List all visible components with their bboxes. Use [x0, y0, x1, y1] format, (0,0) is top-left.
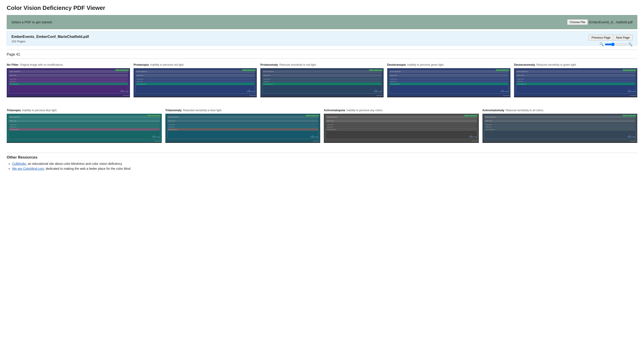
resource-link[interactable]: We are Colorblind.com [12, 167, 44, 170]
filter-thumbnail-container: .ember-application .ember-view .custom-c… [260, 68, 384, 100]
filter-desc: Reducted sensitivity to blue light. [183, 109, 222, 112]
file-select-bar: Select a PDF to get started. Choose File… [7, 15, 637, 29]
section-divider-1 [7, 50, 637, 50]
zoom-slider[interactable] [605, 43, 627, 46]
filter-thumbnail-container: .ember-application .ember-view .custom-c… [7, 114, 162, 145]
filter-label-row: No Filter Original image with no modific… [7, 63, 130, 66]
filter-thumbnail-container: .ember-application .ember-view .custom-c… [482, 114, 638, 145]
filter-name: Protanopia [134, 63, 149, 66]
pdf-info-bar: EmberEvents_EmberConf_MarieChatfield.pdf… [7, 31, 637, 46]
filters-grid-bottom: Tritanopia Inability to perceive blue li… [7, 106, 637, 147]
filter-name: Achromatomaly [482, 109, 504, 112]
zoom-out-icon: 🔍 [600, 42, 604, 47]
filter-thumbnail-container: .ember-application .ember-view .custom-c… [324, 114, 479, 145]
next-page-button[interactable]: Next Page [613, 35, 632, 40]
filter-desc: Inability to perceive green light. [407, 63, 444, 66]
filter-desc: Inability to percieve any colors. [346, 109, 383, 112]
resource-link[interactable]: Colblinder [12, 162, 26, 166]
pdf-pages: 102 Pages [12, 40, 632, 43]
filter-item-tritanomaly: Tritanomaly Reducted sensitivity to blue… [165, 109, 320, 145]
filter-label-row: Tritanomaly Reducted sensitivity to blue… [165, 109, 320, 112]
filter-label-row: Achromatomaly Reduced sensitivity to all… [482, 109, 638, 112]
resource-text: , dedicated to making the web a better p… [44, 167, 130, 170]
page-label: Page 41 [7, 53, 637, 59]
filter-thumbnail-container: .ember-application .ember-view .custom-c… [387, 68, 510, 100]
filters-grid-top: No Filter Original image with no modific… [7, 61, 637, 102]
filter-desc: Inability to perceive blue light. [22, 109, 57, 112]
filter-item-protanopia: Protanopia Inability to perceive red lig… [134, 63, 257, 100]
filter-label-row: Achromatopsia Inability to percieve any … [324, 109, 479, 112]
filter-name: Deuteranomaly [514, 63, 535, 66]
filter-desc: Reduced sensitivity to green light. [536, 63, 576, 66]
filter-name: Achromatopsia [324, 109, 345, 112]
other-resources-list: Colblinder, an educational site about co… [7, 162, 637, 170]
file-select-prompt: Select a PDF to get started. [12, 20, 53, 24]
pdf-nav-zoom: Previous Page Next Page 🔍 🔍 [589, 35, 632, 47]
filter-thumbnail-container: .ember-application .ember-view .custom-c… [165, 114, 320, 145]
filter-thumbnail-container: .ember-application .ember-view .custom-c… [7, 68, 130, 100]
filter-item-deuteranopia: Deuteranopia Inability to perceive green… [387, 63, 510, 100]
nav-buttons: Previous Page Next Page [589, 35, 632, 40]
filter-name: Tritanopia [7, 109, 20, 112]
filter-item-achromatopsia: Achromatopsia Inability to percieve any … [324, 109, 479, 145]
resource-text: , an educational site about color-blindn… [26, 162, 122, 166]
filter-name: Protanomaly [260, 63, 278, 66]
filter-item-protanomaly: Protanomaly Reduced sensitivity to red l… [260, 63, 384, 100]
zoom-in-icon: 🔍 [628, 42, 632, 47]
filter-label-row: Protanopia Inability to perceive red lig… [134, 63, 257, 66]
filter-desc: Original image with no modifications. [20, 63, 64, 66]
file-input-area: Choose File EmberEvents_E...hatfield.pdf [567, 19, 632, 25]
pdf-title: EmberEvents_EmberConf_MarieChatfield.pdf [12, 35, 632, 39]
choose-file-button[interactable]: Choose File [567, 19, 588, 25]
filter-label-row: Protanomaly Reduced sensitivity to red l… [260, 63, 384, 66]
prev-page-button[interactable]: Previous Page [589, 35, 613, 40]
filter-desc: Reduced sensitivity to all colors. [506, 109, 544, 112]
other-resources: Other Resources Colblinder, an education… [7, 153, 637, 170]
filter-thumbnail-container: .ember-application .ember-view .custom-c… [514, 68, 637, 100]
filter-label-row: Tritanopia Inability to perceive blue li… [7, 109, 162, 112]
filter-desc: Inability to perceive red light. [150, 63, 184, 66]
filter-name: Tritanomaly [165, 109, 182, 112]
filter-item-no-filter: No Filter Original image with no modific… [7, 63, 130, 100]
filter-label-row: Deuteranomaly Reduced sensitivity to gre… [514, 63, 637, 66]
zoom-row: 🔍 🔍 [600, 42, 632, 47]
filter-name: Deuteranopia [387, 63, 406, 66]
filter-label-row: Deuteranopia Inability to perceive green… [387, 63, 510, 66]
resource-list-item: We are Colorblind.com, dedicated to maki… [12, 167, 637, 170]
filter-item-achromatomaly: Achromatomaly Reduced sensitivity to all… [482, 109, 638, 145]
page-title: Color Vision Deficiency PDF Viewer [7, 5, 637, 12]
filter-name: No Filter [7, 63, 18, 66]
filter-thumbnail-container: .ember-application .ember-view .custom-c… [134, 68, 257, 100]
filter-item-tritanopia: Tritanopia Inability to perceive blue li… [7, 109, 162, 145]
other-resources-heading: Other Resources [7, 155, 637, 160]
filter-item-deuteranomaly: Deuteranomaly Reduced sensitivity to gre… [514, 63, 637, 100]
resource-list-item: Colblinder, an educational site about co… [12, 162, 637, 166]
chosen-file-name: EmberEvents_E...hatfield.pdf [589, 20, 632, 24]
filter-desc: Reduced sensitivity to red light. [280, 63, 316, 66]
